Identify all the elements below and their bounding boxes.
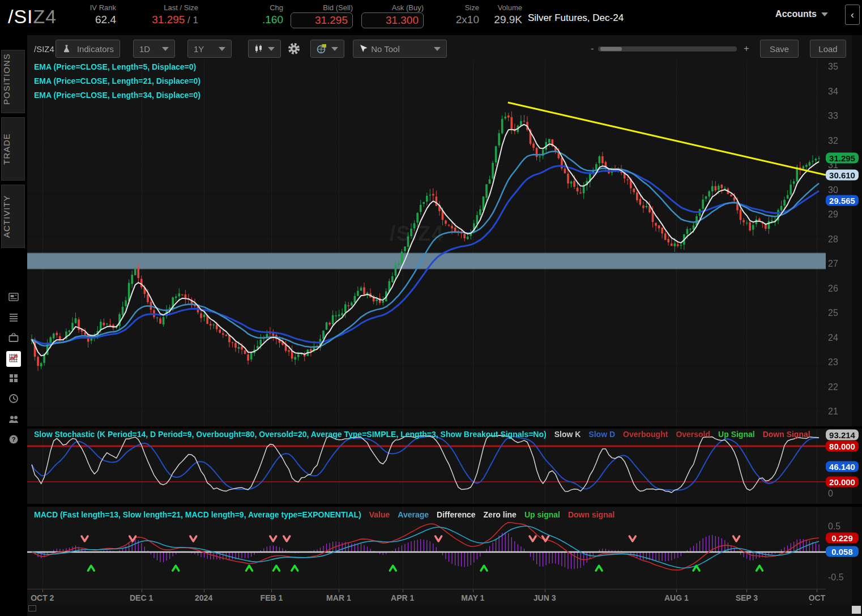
quote-box-4[interactable]: 31.300 bbox=[361, 12, 424, 28]
ema-label-0[interactable]: EMA (Price=CLOSE, Length=5, Displace=0) bbox=[34, 62, 200, 71]
quote-field-chg: Chg.160 bbox=[244, 3, 283, 26]
collapse-panel-button[interactable]: ‹ bbox=[845, 5, 860, 25]
sidebar-tv-button[interactable] bbox=[0, 328, 27, 349]
axis-corner-box[interactable] bbox=[28, 605, 36, 611]
price-tick: 32 bbox=[828, 136, 838, 146]
time-label-may-1: MAY 1 bbox=[461, 593, 484, 602]
macd-label-row: MACD (Fast length=13, Slow length=21, MA… bbox=[34, 510, 615, 519]
sidebar-history-button[interactable] bbox=[0, 390, 27, 410]
macd-legend-zero-line[interactable]: Zero line bbox=[484, 510, 517, 519]
scroll-corner-box[interactable] bbox=[852, 606, 861, 614]
chart-settings-button[interactable] bbox=[287, 42, 301, 58]
load-button[interactable]: Load bbox=[810, 40, 846, 58]
time-tick bbox=[545, 589, 545, 592]
zoom-in-button[interactable]: + bbox=[744, 43, 749, 54]
sidebar-news-button[interactable] bbox=[0, 288, 27, 308]
macd-legend-difference[interactable]: Difference bbox=[437, 510, 475, 519]
macd-legend-average[interactable]: Average bbox=[398, 510, 429, 519]
quote-box-3[interactable]: 31.295 bbox=[291, 12, 353, 28]
quote-field-iv-rank: IV Rank62.4 bbox=[65, 3, 116, 26]
price-tick: 25 bbox=[828, 308, 838, 318]
chart-type-dropdown[interactable] bbox=[248, 40, 281, 58]
time-tick bbox=[403, 589, 403, 592]
time-tick bbox=[676, 589, 677, 592]
price-tick: 26 bbox=[828, 284, 838, 294]
time-axis[interactable]: OCT 2DEC 12024FEB 1MAR 1APR 1MAY 1JUN 3A… bbox=[27, 589, 826, 606]
price-tick: 28 bbox=[828, 234, 838, 245]
last-price-bubble: 31.295 bbox=[826, 153, 859, 164]
time-tick bbox=[204, 589, 204, 592]
toolbar-symbol-label: /SIZ4 bbox=[34, 44, 54, 54]
quote-value: 29.9K bbox=[488, 14, 522, 26]
macd-legend-up-signal[interactable]: Up signal bbox=[524, 510, 560, 519]
quote-value: 2x10 bbox=[447, 14, 479, 26]
symbol-root: /SI bbox=[8, 6, 33, 27]
zoom-slider-thumb[interactable] bbox=[600, 47, 622, 51]
pane-divider[interactable] bbox=[27, 504, 862, 507]
price-tick: 24 bbox=[828, 333, 838, 343]
macd-average-bubble: 0.058 bbox=[826, 546, 859, 557]
price-axis[interactable]: 35343332313029282726252423222131.29530.6… bbox=[826, 35, 862, 427]
range-dropdown[interactable]: 1Y bbox=[187, 40, 232, 58]
sidebar-chart-button[interactable] bbox=[0, 349, 27, 369]
accounts-label: Accounts bbox=[775, 9, 817, 19]
sidebar-people-button[interactable] bbox=[0, 410, 27, 430]
time-tick bbox=[142, 589, 142, 592]
indicators-label: Indicators bbox=[77, 44, 114, 54]
chevron-left-icon: ‹ bbox=[851, 9, 854, 20]
time-tick bbox=[42, 589, 43, 592]
sidebar-help-button[interactable]: ? bbox=[0, 430, 27, 451]
price-tick: 34 bbox=[828, 87, 838, 97]
price-chart-canvas[interactable] bbox=[27, 35, 862, 616]
save-button[interactable]: Save bbox=[760, 40, 799, 58]
accounts-menu[interactable]: Accounts bbox=[775, 9, 828, 19]
sidebar-grid-button[interactable] bbox=[0, 369, 27, 390]
indicators-button[interactable]: Indicators bbox=[56, 40, 120, 58]
stochastic-axis[interactable]: 093.21480.00046.14020.000 bbox=[826, 427, 862, 506]
sidebar-tab-trade[interactable]: TRADE bbox=[1, 117, 25, 181]
price-tick: 33 bbox=[828, 111, 838, 121]
sidebar-tab-positions[interactable]: POSITIONS bbox=[1, 50, 25, 113]
stoch-legend-slow-d[interactable]: Slow D bbox=[588, 430, 615, 439]
stoch-legend-overbought[interactable]: Overbought bbox=[623, 430, 668, 439]
macd-legend-value[interactable]: Value bbox=[369, 510, 390, 519]
bottom-strip bbox=[27, 605, 862, 616]
macd-legend-down-signal[interactable]: Down signal bbox=[568, 510, 615, 519]
time-label-2024: 2024 bbox=[195, 593, 212, 602]
time-label-feb-1: FEB 1 bbox=[261, 593, 283, 602]
drawing-set-dropdown[interactable] bbox=[310, 40, 344, 58]
quote-label: Size bbox=[447, 3, 479, 12]
price-tick: 30 bbox=[828, 185, 838, 195]
pane-divider[interactable] bbox=[27, 426, 862, 429]
symbol-suffix: Z4 bbox=[33, 6, 57, 27]
stoch-legend-slow-k[interactable]: Slow K bbox=[554, 430, 581, 439]
zoom-out-button[interactable]: - bbox=[591, 43, 594, 54]
instrument-description: Silver Futures, Dec-24 bbox=[528, 12, 624, 24]
macd-value-bubble: 0.229 bbox=[826, 533, 859, 544]
sidebar-tabs: POSITIONSTRADEACTIVITY bbox=[0, 35, 27, 248]
zoom-slider[interactable] bbox=[598, 46, 737, 52]
stoch-legend-down-signal[interactable]: Down Signal bbox=[763, 430, 810, 439]
macd-axis[interactable]: 0.5-0.50.2290.058 bbox=[826, 506, 862, 589]
aggregation-dropdown[interactable]: 1D bbox=[133, 40, 175, 58]
stoch-legend-oversold[interactable]: Oversold bbox=[676, 430, 710, 439]
quote-value: 31.295 / 1 bbox=[130, 14, 198, 26]
indicators-flask-icon bbox=[62, 44, 71, 54]
trading-platform-window: /SIZ4 IV Rank62.4Last / Size31.295 / 1Ch… bbox=[0, 0, 862, 616]
sidebar-tab-activity[interactable]: ACTIVITY bbox=[1, 185, 25, 248]
news-icon bbox=[8, 291, 19, 305]
chevron-down-icon bbox=[434, 47, 441, 51]
svg-text:?: ? bbox=[12, 436, 16, 443]
ema-label-1[interactable]: EMA (Price=CLOSE, Length=21, Displace=0) bbox=[34, 76, 200, 85]
quote-value: 62.4 bbox=[65, 14, 116, 26]
macd-study-title[interactable]: MACD (Fast length=13, Slow length=21, MA… bbox=[34, 510, 361, 519]
quote-field-size: Size2x10 bbox=[447, 3, 479, 26]
stoch-legend-up-signal[interactable]: Up Signal bbox=[718, 430, 755, 439]
drawing-set-icon bbox=[317, 44, 327, 54]
sidebar-list-button[interactable] bbox=[0, 308, 27, 328]
drawing-tool-dropdown[interactable]: No Tool bbox=[353, 40, 447, 58]
stochastic-study-title[interactable]: Slow Stochastic (K Period=14, D Period=9… bbox=[34, 430, 547, 439]
time-label-oct-2: OCT 2 bbox=[31, 593, 54, 602]
ema-label-2[interactable]: EMA (Price=CLOSE, Length=34, Displace=0) bbox=[34, 91, 200, 100]
ema-value-bubble: 29.565 bbox=[826, 195, 859, 206]
